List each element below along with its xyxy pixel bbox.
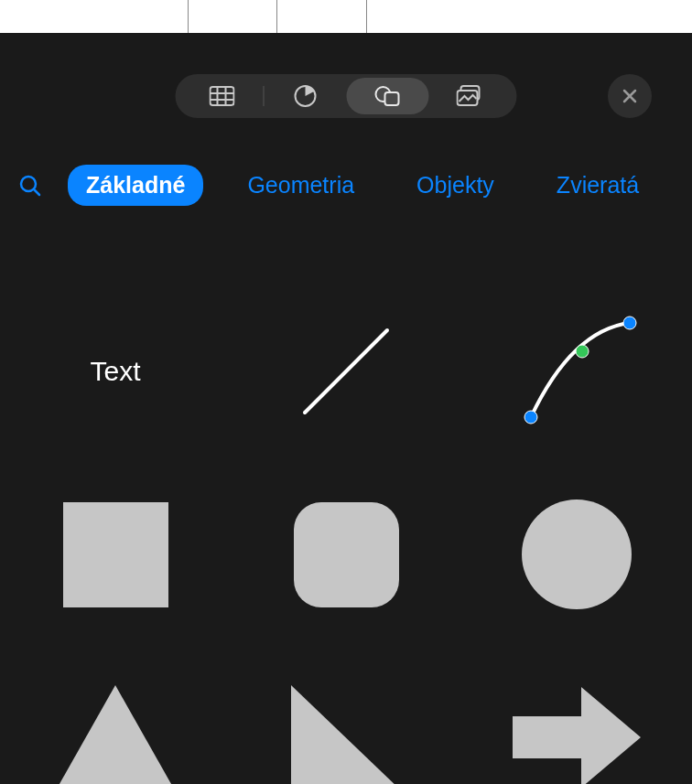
svg-point-20 [522,499,632,609]
svg-line-14 [305,330,387,413]
svg-point-15 [524,411,537,424]
shape-line[interactable] [254,280,438,463]
shape-curve[interactable] [485,280,668,463]
shapes-grid: Text [0,280,692,784]
shape-rounded-square[interactable] [254,463,438,646]
chart-button[interactable] [265,78,347,114]
right-triangle-icon [291,685,401,785]
category-bar: Základné Geometria Objekty Zvieratá [0,165,692,206]
insert-toolbar [176,74,517,118]
line-icon [291,317,401,426]
square-icon [63,502,168,607]
media-icon [457,85,484,107]
svg-rect-7 [385,92,399,105]
insert-panel: Základné Geometria Objekty Zvieratá Text [0,33,692,784]
curve-icon [513,312,641,431]
category-objects[interactable]: Objekty [398,165,513,206]
rounded-square-icon [294,502,399,607]
category-geometry[interactable]: Geometria [229,165,373,206]
svg-rect-18 [63,502,168,607]
text-shape-label: Text [90,356,140,387]
svg-marker-22 [291,685,401,785]
svg-line-13 [34,189,39,195]
close-icon [622,88,638,104]
shape-triangle[interactable] [24,646,207,784]
search-icon [18,174,42,198]
shape-arrow[interactable] [485,646,668,784]
svg-marker-21 [56,685,175,785]
media-button[interactable] [429,78,512,114]
close-button[interactable] [608,74,652,118]
category-basic[interactable]: Základné [68,165,203,206]
circle-icon [522,499,632,609]
shapes-icon [374,84,402,108]
svg-rect-19 [294,502,399,607]
triangle-icon [56,685,175,785]
shape-square[interactable] [24,463,207,646]
table-button[interactable] [181,78,264,114]
svg-marker-23 [513,687,641,784]
table-icon [210,86,235,106]
shape-right-triangle[interactable] [254,646,438,784]
shape-text[interactable]: Text [24,280,207,463]
svg-point-16 [623,317,636,329]
svg-rect-0 [211,87,234,105]
category-animals[interactable]: Zvieratá [538,165,657,206]
svg-point-17 [576,345,589,358]
arrow-icon [513,687,641,784]
shapes-button[interactable] [347,78,429,114]
search-button[interactable] [18,174,42,198]
shape-circle[interactable] [485,463,668,646]
chart-icon [294,84,318,108]
